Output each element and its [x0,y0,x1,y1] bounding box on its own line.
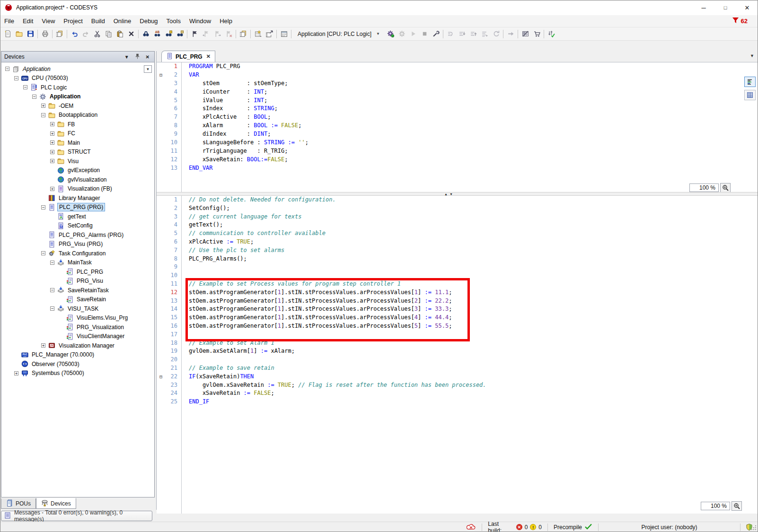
expand-icon[interactable]: + [41,343,45,348]
tree-item-visu[interactable]: +Visu [1,157,154,166]
redo-icon[interactable] [80,28,91,40]
tree-item-prg-visu[interactable]: −PRG_Visu [1,277,154,286]
code-line[interactable]: 9 [157,263,758,271]
expand-icon[interactable]: + [50,131,54,136]
menu-build[interactable]: Build [87,17,109,25]
undo-icon[interactable] [69,28,80,40]
single-cycle-icon[interactable] [430,28,441,40]
implementation-zoom-value[interactable]: 100 % [701,502,730,510]
tab-plc-prg[interactable]: PLC_PRG ✕ [161,51,215,62]
replace-icon[interactable]: AB [151,28,163,40]
print-icon[interactable] [39,28,51,40]
copy-icon[interactable] [103,28,114,40]
code-line[interactable]: 6 sIndex : STRING; [157,105,758,113]
tree-item-visualization-manager[interactable]: +Visualization Manager [1,341,154,350]
code-line[interactable]: 16stOem.astProgramGenerator[1].stIN.stPr… [157,322,758,331]
code-line[interactable]: ⊟22IF(xSaveRetain)THEN [157,373,758,381]
tree-item-task-configuration[interactable]: −Task Configuration [1,249,154,258]
tree-item-visuclientmanager[interactable]: −VisuClientManager [1,332,154,341]
expand-icon[interactable]: + [50,140,54,145]
code-line[interactable]: 13END_VAR [157,164,758,173]
tree-item-visu-task[interactable]: −VISU_TASK [1,304,154,314]
code-line[interactable]: 10 [157,271,758,280]
code-line[interactable]: 9 diIndex : DINT; [157,130,758,139]
panel-close-icon[interactable]: ✕ [146,54,150,60]
code-line[interactable]: 23 gvlOem.xSaveRetain := TRUE; // Flag i… [157,381,758,390]
code-line[interactable]: 11 rTrigLanguage : R_TRIG; [157,147,758,156]
code-line[interactable]: 25END_IF [157,398,758,406]
tree-item-application[interactable]: −Application [1,64,154,74]
find-in-project-icon[interactable] [163,28,174,40]
zoom-magnifier-icon[interactable] [732,501,742,511]
code-line[interactable]: 17 [157,331,758,339]
tree-item-gettext[interactable]: −AgetText [1,212,154,221]
tabular-view-button[interactable] [744,90,756,100]
menu-file[interactable]: File [0,17,18,25]
clear-bookmarks-icon[interactable] [223,28,234,40]
active-application-dropdown[interactable]: ▼ [144,65,152,73]
precompile-message-badge[interactable]: 62 [732,17,748,26]
minimize-button[interactable]: ─ [693,0,714,15]
code-line[interactable]: 3// get current language for texts [157,213,758,221]
export-icon[interactable] [264,28,275,40]
tree-item-prg-visualization[interactable]: −PRG_Visualization [1,323,154,332]
menu-online[interactable]: Online [109,17,136,25]
tree-item-library-manager[interactable]: −Library Manager [1,193,154,203]
editor-splitter[interactable]: ▲▼ [157,192,758,196]
tree-item-application[interactable]: −Application [1,92,154,102]
menu-debug[interactable]: Debug [135,17,162,25]
declaration-zoom-value[interactable]: 100 % [689,183,719,192]
collapse-icon[interactable]: − [5,67,9,71]
next-bookmark-icon[interactable] [212,28,223,40]
tree-item-plc-prg-alarms-prg[interactable]: −PLC_PRG_Alarms (PRG) [1,230,154,240]
find-icon[interactable] [140,28,151,40]
navigator-tab-pous[interactable]: POUs [1,498,36,509]
menu-tools[interactable]: Tools [162,17,185,25]
code-line[interactable]: 15stOem.astProgramGenerator[1].stIN.stPr… [157,314,758,322]
tree-item-plc-prg-prg[interactable]: −PLC_PRG (PRG) [1,203,154,212]
declaration-editor[interactable]: 1PROGRAM PLC_PRG⊟2VAR3 stOem : stOemType… [157,62,758,192]
code-line[interactable]: 14stOem.astProgramGenerator[1].stIN.stPr… [157,305,758,314]
login-icon[interactable] [385,28,396,40]
collapse-icon[interactable]: − [32,95,36,99]
tree-item-systembus-705000[interactable]: +Systembus (705000) [1,369,154,378]
navigator-tab-devices[interactable]: Devices [36,498,76,509]
code-line[interactable]: 5 iValue : INT; [157,96,758,105]
tree-item-prg-visu-prg[interactable]: −PRG_Visu (PRG) [1,240,154,249]
new-object-icon[interactable] [252,28,264,40]
open-project-icon[interactable] [13,28,25,40]
step-out-icon[interactable] [467,28,479,40]
textual-view-button[interactable] [744,77,756,87]
paste-icon[interactable] [114,28,125,40]
code-line[interactable]: 8PLC_PRG_Alarms(); [157,255,758,263]
code-line[interactable]: 18// Example to set Alarm 1 [157,339,758,348]
code-line[interactable]: 8 xAlarm : BOOL := FALSE; [157,122,758,130]
tree-item-fc[interactable]: +FC [1,129,154,139]
code-line[interactable]: 1// Do not delete. Needed for configurat… [157,196,758,204]
collapse-icon[interactable]: − [14,76,18,80]
stop-icon[interactable] [419,28,430,40]
code-line[interactable]: 19gvlOem.axSetAlarm[1] := xAlarm; [157,347,758,356]
expand-icon[interactable]: + [50,159,54,163]
tree-item-gvlvisualization[interactable]: −gvlVisualization [1,175,154,184]
write-values-icon[interactable] [531,28,542,40]
previous-bookmark-icon[interactable] [200,28,212,40]
zoom-magnifier-icon[interactable] [720,183,731,192]
logout-icon[interactable] [396,28,407,40]
reset-icon[interactable] [490,28,502,40]
step-into-icon[interactable] [456,28,467,40]
tree-item-saveretain[interactable]: −SaveRetain [1,295,154,305]
tree-item-gvlexception[interactable]: −gvlException [1,166,154,175]
tree-item-saveretaintask[interactable]: −SaveRetainTask [1,286,154,295]
start-icon[interactable] [407,28,419,40]
implementation-editor[interactable]: 1// Do not delete. Needed for configurat… [157,196,758,514]
collapse-icon[interactable]: − [50,261,54,265]
tree-item-maintask[interactable]: −MainTask [1,258,154,268]
delete-icon[interactable] [125,28,137,40]
recompile-icon[interactable] [546,28,557,40]
tree-item-main[interactable]: +Main [1,138,154,148]
code-line[interactable]: ⊟2VAR [157,71,758,79]
menu-help[interactable]: Help [215,17,237,25]
tree-item-plc-prg[interactable]: −PLC_PRG [1,267,154,277]
step-over-icon[interactable] [445,28,456,40]
